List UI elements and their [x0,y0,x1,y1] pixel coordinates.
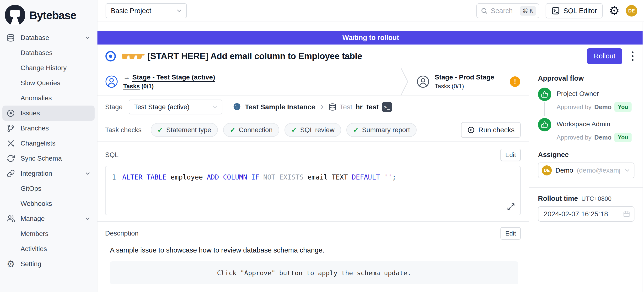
check-pill-summary-report[interactable]: ✓Summary report [346,123,416,137]
description-note: Click "Approve" button to apply the sche… [110,261,518,284]
assignee-select[interactable]: DE Demo (demo@example [538,163,634,178]
project-select-value: Basic Project [111,7,151,15]
sidebar-item-setting[interactable]: ⚙ Setting [2,256,94,271]
stage-selector-row: Stage Test Stage (active) Test Sample In… [98,95,529,118]
search-input[interactable]: Search ⌘ K [476,3,539,18]
approval-role: Project Owner [556,88,632,99]
rollout-timezone: UTC+0800 [582,195,612,203]
approval-flow-title: Approval flow [538,74,634,82]
database-link[interactable]: hr_test [356,103,379,111]
app-window: Bytebase Database Databases Change Histo… [0,0,644,292]
chevron-down-icon [84,170,91,177]
expand-icon[interactable] [507,203,515,211]
run-checks-button[interactable]: Run checks [461,122,521,138]
kebab-menu-icon[interactable] [627,48,638,64]
person-circle-icon [416,75,430,88]
stage-tab-title: Stage - Prod Stage [435,73,494,81]
sql-label: SQL [105,151,118,159]
check-icon: ✓ [158,126,163,134]
open-in-sql-editor-icon[interactable]: >_ [382,102,392,112]
issue-header: ☛☛☛ [START HERE] Add email column to Emp… [98,45,644,68]
sidebar-item-slow-queries[interactable]: Slow Queries [2,75,94,90]
stage-select[interactable]: Test Stage (active) [129,100,222,114]
description-text: A sample issue to showcase how to review… [105,246,521,254]
assignee-email: (demo@example [577,167,620,174]
approval-steps: Project Owner Approved by Demo You [538,88,634,142]
sidebar-item-sync-schema[interactable]: Sync Schema [2,151,94,166]
panel-divider [529,187,644,188]
chevron-down-icon [84,35,91,41]
environment-label: Test [340,103,352,111]
sql-code-editor[interactable]: 1 ALTER TABLE employee ADD COLUMN IF NOT… [105,166,521,215]
check-pill-sql-review[interactable]: ✓SQL review [284,123,341,137]
description-edit-button[interactable]: Edit [500,227,521,240]
tab-test-stage[interactable]: →Stage - Test Stage (active) Tasks (0/1) [98,68,400,95]
topbar: Basic Project Search ⌘ K SQL Editor ⚙ DE [98,0,644,22]
scrollbar-track[interactable] [642,22,644,292]
sql-editor-button[interactable]: SQL Editor [546,3,603,19]
tab-prod-stage[interactable]: Stage - Prod Stage Tasks (0/1) [409,68,494,95]
stage-tasks-link[interactable]: Tasks [123,83,140,89]
approval-step-project-owner: Project Owner Approved by Demo You [538,88,634,112]
sidebar-item-activities[interactable]: Activities [2,241,94,256]
sidebar-item-manage[interactable]: Manage [2,211,94,226]
bytebase-logo[interactable]: Bytebase [0,3,97,29]
check-pill-connection[interactable]: ✓Connection [223,123,279,137]
status-banner: Waiting to rollout [98,31,644,45]
search-placeholder: Search [491,7,512,15]
sql-statement: ALTER TABLE employee ADD COLUMN IF NOT E… [122,173,396,182]
stage-tabs: →Stage - Test Stage (active) Tasks (0/1)… [98,68,529,95]
rollout-button[interactable]: Rollout [587,48,622,64]
sql-editor-label: SQL Editor [563,7,597,15]
sidebar-item-changelists[interactable]: Changelists [2,136,94,151]
sidebar-item-webhooks[interactable]: Webhooks [2,196,94,211]
content-row: →Stage - Test Stage (active) Tasks (0/1)… [98,68,644,292]
user-avatar[interactable]: DE [626,5,637,17]
sql-edit-button[interactable]: Edit [500,149,521,161]
play-circle-icon [467,126,475,134]
approval-status: Approved by Demo You [556,102,632,112]
sql-section: SQL Edit 1 ALTER TABLE employee ADD COLU… [98,142,529,215]
project-select[interactable]: Basic Project [106,3,187,18]
task-checks-row: Task checks ✓Statement type ✓Connection … [98,118,529,142]
issue-title-text: [START HERE] Add email column to Employe… [148,51,362,61]
calendar-icon [623,210,630,218]
rollout-time-value: 2024-02-07 16:25:18 [544,210,608,218]
rollout-time-input[interactable]: 2024-02-07 16:25:18 [538,206,634,222]
check-pill-statement-type[interactable]: ✓Statement type [151,123,218,137]
sidebar-item-members[interactable]: Members [2,226,94,241]
issue-title: ☛☛☛ [START HERE] Add email column to Emp… [121,50,582,62]
sidebar-item-branches[interactable]: Branches [2,121,94,136]
sidebar-item-change-history[interactable]: Change History [2,60,94,75]
sidebar-item-database[interactable]: Database [2,30,94,45]
task-checks-label: Task checks [105,126,142,134]
sidebar-item-databases[interactable]: Databases [2,45,94,60]
sidebar-nav: Database Databases Change History Slow Q… [0,29,97,271]
users-icon [6,215,15,223]
circle-dot-icon [6,109,15,117]
issue-sidebar-panel: Approval flow Project Owner Approved by … [529,68,644,292]
description-label: Description [105,230,138,237]
sidebar-item-gitops[interactable]: GitOps [2,181,94,196]
description-section: Description Edit A sample issue to showc… [98,222,529,284]
thumbs-up-icon [538,88,551,101]
settings-gear-icon[interactable]: ⚙ [609,5,620,17]
sidebar-item-anomalies[interactable]: Anomalies [2,90,94,105]
chevron-down-icon [176,8,182,14]
topbar-right: Search ⌘ K SQL Editor ⚙ DE [476,3,637,19]
search-icon [480,7,488,14]
instance-link[interactable]: Test Sample Instance [245,103,315,111]
sidebar-item-issues[interactable]: Issues [2,105,94,121]
assignee-avatar: DE [542,165,552,176]
sync-icon [6,154,15,163]
git-branch-icon [6,124,15,132]
approver-name: Demo [594,103,612,111]
approval-status: Approved by Demo You [556,132,632,142]
database-breadcrumb: Test Sample Instance Test hr_test >_ [232,102,392,112]
sidebar-item-integration[interactable]: Integration [2,166,94,181]
brand-name: Bytebase [29,9,76,22]
issue-status-icon [105,51,116,62]
you-badge: You [614,102,632,112]
chevron-down-icon [212,104,218,110]
approval-step-workspace-admin: Workspace Admin Approved by Demo You [538,118,634,142]
